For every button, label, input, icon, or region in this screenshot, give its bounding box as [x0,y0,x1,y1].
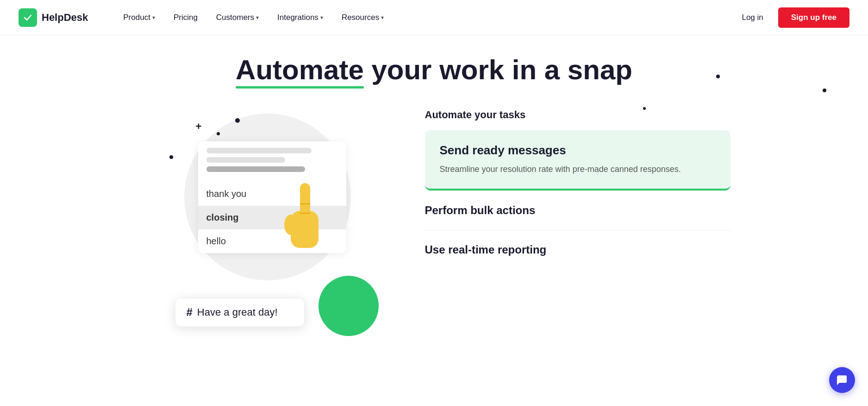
ticket-bar-dark [206,166,305,172]
login-button[interactable]: Log in [734,9,770,26]
main-content: Automate your work in a snap + thank you [0,35,868,345]
svg-rect-0 [22,12,33,23]
chevron-down-icon: ▾ [256,14,259,21]
nav-item-integrations[interactable]: Integrations ▾ [270,9,331,26]
chevron-down-icon: ▾ [381,14,384,21]
nav-item-product[interactable]: Product ▾ [116,9,162,26]
feature-card-description: Streamline your resolution rate with pre… [440,163,716,176]
logo-text: HelpDesk [42,12,88,24]
float-dot [169,155,173,159]
chevron-down-icon: ▾ [320,14,323,21]
signup-button[interactable]: Sign up free [778,7,849,28]
feature-card-active[interactable]: Send ready messages Streamline your reso… [425,130,731,190]
feature-item-title-0: Perform bulk actions [425,204,536,216]
navbar: HelpDesk Product ▾ Pricing Customers ▾ I… [0,0,868,35]
nav-item-customers[interactable]: Customers ▾ [209,9,266,26]
hash-icon: # [187,306,193,319]
feature-card-title: Send ready messages [440,143,716,158]
decorative-dot [643,107,646,110]
feature-item-title-1: Use real-time reporting [425,243,547,256]
hero-title: Automate your work in a snap [236,54,632,86]
right-panel: Automate your tasks Send ready messages … [425,104,731,269]
float-dot [217,132,220,135]
feature-item-1[interactable]: Use real-time reporting [425,230,731,269]
ticket-bar [206,148,312,153]
content-area: + thank you closing hello [110,104,758,345]
nav-links: Product ▾ Pricing Customers ▾ Integratio… [116,9,734,26]
hand-illustration [277,178,332,271]
nav-right: Log in Sign up free [734,7,849,28]
decorative-dot [716,75,720,78]
ticket-bar [206,157,285,163]
green-circle-decoration [318,276,379,336]
decorative-dot [823,89,826,92]
hero-title-word1: Automate [236,54,364,86]
ticket-header [198,141,346,182]
feature-item-0[interactable]: Perform bulk actions [425,190,731,230]
chevron-down-icon: ▾ [152,14,155,21]
float-dot [235,118,240,123]
logo-link[interactable]: HelpDesk [19,8,88,27]
nav-item-pricing[interactable]: Pricing [166,9,205,26]
canned-text: Have a great day! [197,306,278,318]
plus-icon: + [196,121,202,133]
section-label: Automate your tasks [425,109,731,121]
nav-item-resources[interactable]: Resources ▾ [334,9,391,26]
logo-icon [19,8,37,27]
svg-point-3 [284,215,297,235]
illustration-area: + thank you closing hello [138,104,397,345]
hero-title-rest: your work in a snap [371,54,632,85]
canned-popup: # Have a great day! [175,298,305,327]
